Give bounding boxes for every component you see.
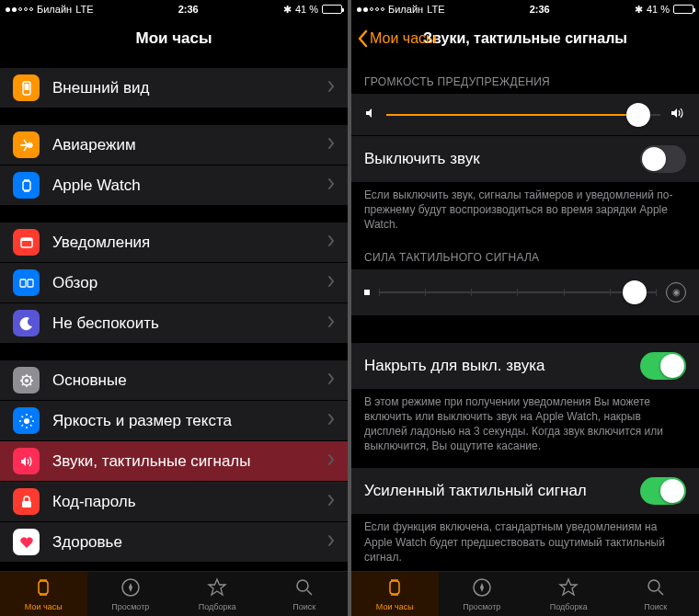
svg-rect-14 <box>390 581 399 594</box>
signal-dots <box>6 7 33 12</box>
glances-icon <box>13 269 40 296</box>
tab-label: Подборка <box>550 602 588 611</box>
svg-rect-2 <box>23 181 30 190</box>
settings-row[interactable]: Apple Watch <box>0 165 348 206</box>
cover-label: Накрыть для выкл. звука <box>364 357 544 375</box>
cover-toggle[interactable] <box>640 352 686 380</box>
browse-tab-icon <box>471 576 493 600</box>
volume-low-icon <box>364 107 377 122</box>
network-label: LTE <box>75 4 93 15</box>
bluetooth-icon: ✱ <box>283 4 292 16</box>
phone-left: Билайн LTE 2:36 ✱ 41 % Мои часы Внешний … <box>0 0 348 616</box>
tab-featured[interactable]: Подборка <box>174 572 261 616</box>
back-button[interactable]: Мои часы <box>357 29 437 48</box>
settings-list[interactable]: Внешний видАвиарежимApple WatchУведомлен… <box>0 59 348 571</box>
row-label: Код-пароль <box>52 493 136 511</box>
settings-row[interactable]: Авиарежим <box>0 125 348 165</box>
phone-right: Билайн LTE 2:36 ✱ 41 % Мои часы Звуки, т… <box>351 0 699 616</box>
settings-row[interactable]: Обзор <box>0 263 348 303</box>
battery-icon <box>322 5 342 14</box>
health-icon <box>13 529 40 555</box>
tab-featured[interactable]: Подборка <box>525 572 613 616</box>
tab-label: Просмотр <box>463 602 500 611</box>
tab-label: Поиск <box>644 602 667 611</box>
tab-browse[interactable]: Просмотр <box>87 572 175 616</box>
row-label: Здоровье <box>52 533 122 552</box>
chevron-right-icon <box>327 493 335 511</box>
settings-row[interactable]: Внешний вид <box>0 68 348 108</box>
airplane-icon <box>13 131 40 158</box>
chevron-right-icon <box>327 314 335 333</box>
search-tab-icon <box>293 576 315 600</box>
row-label: Уведомления <box>52 234 150 252</box>
featured-tab-icon <box>206 576 228 600</box>
tab-bar: Мои часыПросмотрПодборкаПоиск <box>351 571 699 616</box>
haptic-header: СИЛА ТАКТИЛЬНОГО СИГНАЛА <box>351 234 699 269</box>
page-title: Мои часы <box>135 29 212 48</box>
haptic-max-icon: ◉ <box>666 282 686 302</box>
svg-rect-1 <box>24 84 29 90</box>
back-label: Мои часы <box>370 30 437 47</box>
svg-rect-10 <box>22 501 31 508</box>
chevron-right-icon <box>327 533 335 552</box>
search-tab-icon <box>645 576 667 600</box>
prominent-row: Усиленный тактильный сигнал <box>351 468 699 514</box>
tab-label: Просмотр <box>111 602 149 611</box>
mute-toggle[interactable] <box>640 145 686 173</box>
tab-search[interactable]: Поиск <box>613 572 700 616</box>
settings-row[interactable]: Яркость и размер текста <box>0 401 348 441</box>
volume-header: ГРОМКОСТЬ ПРЕДУПРЕЖДЕНИЯ <box>351 59 699 94</box>
featured-tab-icon <box>557 576 579 600</box>
dnd-icon <box>13 310 40 337</box>
apple-watch-icon <box>13 172 40 199</box>
settings-row[interactable]: Звуки, тактильные сигналы <box>0 441 348 482</box>
chevron-right-icon <box>327 177 335 195</box>
settings-row[interactable]: Не беспокоить <box>0 303 348 344</box>
nav-bar: Мои часы <box>0 18 348 59</box>
status-bar: Билайн LTE 2:36 ✱ 41 % <box>351 0 699 18</box>
chevron-right-icon <box>327 79 335 97</box>
nav-bar: Мои часы Звуки, тактильные сигналы <box>351 18 699 59</box>
chevron-right-icon <box>327 371 335 390</box>
settings-row[interactable]: Здоровье <box>0 522 348 563</box>
chevron-right-icon <box>327 274 335 292</box>
row-label: Обзор <box>52 274 97 292</box>
notifications-icon <box>13 229 40 256</box>
settings-row[interactable]: Код-пароль <box>0 482 348 522</box>
brightness-icon <box>13 407 40 434</box>
sounds-settings[interactable]: ГРОМКОСТЬ ПРЕДУПРЕЖДЕНИЯ Выключить звук … <box>351 59 699 571</box>
svg-point-8 <box>25 379 29 382</box>
mute-footer: Если выключить звук, сигналы таймеров и … <box>351 182 699 234</box>
prominent-label: Усиленный тактильный сигнал <box>364 482 587 500</box>
volume-slider[interactable] <box>386 114 660 116</box>
svg-rect-6 <box>28 279 33 287</box>
appearance-icon <box>13 74 40 101</box>
tab-browse[interactable]: Просмотр <box>439 572 526 616</box>
tab-watch[interactable]: Мои часы <box>351 572 439 616</box>
svg-rect-11 <box>39 581 48 594</box>
cover-footer: В этом режиме при получении уведомления … <box>351 389 699 456</box>
tab-label: Мои часы <box>376 602 414 611</box>
settings-row[interactable]: Уведомления <box>0 222 348 263</box>
row-label: Яркость и размер текста <box>52 412 232 430</box>
browse-tab-icon <box>120 576 142 600</box>
tab-label: Подборка <box>199 602 236 611</box>
battery-pct: 41 % <box>295 4 318 15</box>
tab-watch[interactable]: Мои часы <box>0 572 87 616</box>
tab-search[interactable]: Поиск <box>261 572 349 616</box>
haptic-min-icon <box>364 290 370 295</box>
volume-high-icon <box>670 107 686 122</box>
svg-point-13 <box>297 580 308 591</box>
row-label: Внешний вид <box>52 79 149 97</box>
chevron-right-icon <box>327 234 335 252</box>
cover-row: Накрыть для выкл. звука <box>351 343 699 389</box>
row-label: Apple Watch <box>52 177 141 195</box>
row-label: Звуки, тактильные сигналы <box>52 452 251 471</box>
haptic-slider[interactable] <box>379 291 657 293</box>
general-icon <box>13 367 40 394</box>
tab-label: Мои часы <box>25 602 63 611</box>
prominent-toggle[interactable] <box>640 477 686 505</box>
battery-pct: 41 % <box>647 4 670 15</box>
settings-row[interactable]: Основные <box>0 360 348 401</box>
chevron-right-icon <box>327 136 335 154</box>
